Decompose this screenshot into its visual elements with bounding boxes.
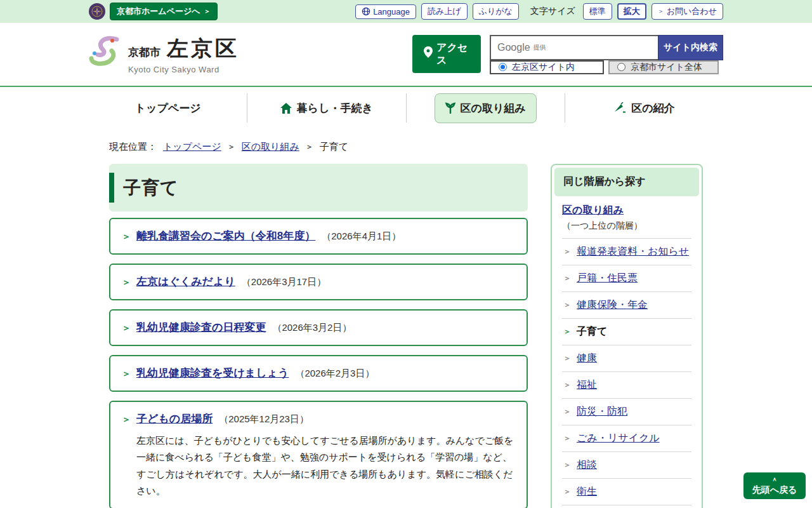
chevron-up-icon: ＾ [771,476,778,485]
utility-bar: 京都市ホームページへ ＞ Language 読み上げ ふりがな 文字サイズ [0,0,812,23]
sidebar-item-insurance[interactable]: ＞ 健康保険・年金 [562,291,691,318]
search-provider-text: Google [497,42,530,53]
chevron-right-icon: ＞ [122,231,131,243]
breadcrumb-link-top[interactable]: トップページ [163,141,221,153]
article-date: （2026年2月3日） [295,368,374,380]
furigana-button[interactable]: ふりがな [473,3,519,20]
font-size-label: 文字サイズ [530,6,575,17]
breadcrumb-label: 現在位置： [109,141,157,153]
article-link[interactable]: 離乳食講習会のご案内（令和8年度） [136,228,315,244]
sidebar-same-level: 同じ階層から探す 区の取り組み （一つ上位の階層） ＞ 報道発表資料・お知らせ … [551,164,703,508]
article-link[interactable]: 子どもの居場所 [136,411,213,427]
contact-button[interactable]: ＞ お問い合わせ [652,3,723,20]
article-date: （2026年4月1日） [322,231,401,243]
article-card: ＞ 左京はぐくみだより （2026年3月17日） [109,264,528,300]
site-logo[interactable]: 京都市 左京区 Kyoto City Sakyo Ward [89,34,239,74]
furigana-label: ふりがな [479,6,513,17]
breadcrumb-link-initiatives[interactable]: 区の取り組み [242,141,299,153]
site-search: Google 提供 サイト内検索 左京区サイト内 京都市サイト全体 [490,35,723,74]
search-scope-ward-radio[interactable]: 左京区サイト内 [490,60,604,74]
sidebar-item-label: 相談 [577,458,597,472]
back-to-top-button[interactable]: ＾ 先頭へ戻る [743,472,806,499]
sidebar-item-citizen-news[interactable]: ＞ 市民しんぶん区版 [562,505,691,508]
global-nav: トップページ 暮らし・手続き 区の取り組み [0,87,812,129]
sidebar-item-disaster[interactable]: ＞ 防災・防犯 [562,398,691,425]
location-pin-icon [424,46,433,60]
title-accent-bar [109,173,114,203]
chevron-right-icon: ＞ [122,414,131,425]
chevron-right-icon: ＞ [122,323,131,334]
sidebar-item-welfare[interactable]: ＞ 福祉 [562,371,691,398]
sidebar-item-health[interactable]: ＞ 健康 [562,345,691,371]
page-title-box: 子育て [109,164,528,211]
nav-ward-introduction[interactable]: 区の紹介 [565,93,723,123]
font-large-label: 拡大 [624,6,640,17]
back-to-top-label: 先頭へ戻る [752,485,797,495]
sidebar-item-label: 防災・防犯 [577,405,627,418]
chevron-right-icon: ＞ [228,142,235,152]
article-date: （2025年12月23日） [219,413,309,425]
sidebar-item-label: 子育て [577,325,607,338]
logo-ward-text: 左京区 [167,34,239,64]
pen-icon [613,102,626,114]
search-scope-ward-label: 左京区サイト内 [512,62,575,73]
chevron-right-icon: ＞ [122,368,131,380]
article-description: 左京区には、子どもがひとりでも安心してすごせる居場所があります。みんなでご飯を一… [122,432,515,499]
nav-top-page-label: トップページ [135,101,201,116]
language-button[interactable]: Language [355,4,416,19]
radio-selected-icon [499,63,507,71]
sidebar-item-label: 報道発表資料・お知らせ [577,245,689,258]
read-aloud-label: 読み上げ [428,6,461,17]
sidebar-item-consultation[interactable]: ＞ 相談 [562,451,691,478]
sidebar-item-registry[interactable]: ＞ 戸籍・住民票 [562,265,691,291]
sidebar-item-sanitation[interactable]: ＞ 衛生 [562,478,691,505]
read-aloud-button[interactable]: 読み上げ [421,3,468,20]
chevron-right-icon: ＞ [563,460,571,471]
breadcrumb: 現在位置： トップページ ＞ 区の取り組み ＞ 子育て [109,141,703,153]
sidebar-item-childcare-current: ＞ 子育て [562,318,691,345]
globe-icon [362,7,370,16]
nav-ward-initiatives[interactable]: 区の取り組み [406,93,565,123]
chevron-right-icon: ＞ [563,326,571,337]
breadcrumb-current: 子育て [320,141,348,153]
sidebar-item-label: 衛生 [577,485,597,498]
nav-top-page[interactable]: トップページ [89,93,247,123]
sidebar-item-label: 福祉 [577,378,597,392]
search-scope-city-label: 京都市サイト全体 [631,62,702,73]
sidebar-item-press[interactable]: ＞ 報道発表資料・お知らせ [562,238,691,265]
site-search-button[interactable]: サイト内検索 [658,35,723,60]
article-link[interactable]: 乳幼児健康診査を受けましょう [136,365,289,382]
nav-living-procedures[interactable]: 暮らし・手続き [247,93,405,123]
nav-ward-introduction-label: 区の紹介 [631,101,674,116]
kyoto-city-home-button[interactable]: 京都市ホームページへ ＞ [110,3,218,20]
sidebar-parent-link[interactable]: 区の取り組み [562,204,624,215]
font-standard-button[interactable]: 標準 [583,3,612,20]
chevron-right-icon: ＞ [658,7,664,16]
chevron-right-icon: ＞ [563,300,571,311]
article-link[interactable]: 乳幼児健康診査の日程変更 [136,319,266,336]
nav-living-procedures-label: 暮らし・手続き [297,101,373,116]
page-title: 子育て [123,176,179,200]
search-scope-city-radio[interactable]: 京都市サイト全体 [608,60,719,74]
kyoto-city-home-label: 京都市ホームページへ [117,6,200,17]
sakyo-ward-logo-mark-icon [89,34,122,72]
sidebar-item-label: 健康 [577,352,597,365]
nav-ward-initiatives-label: 区の取り組み [461,101,526,116]
logo-city-text: 京都市 [128,45,160,60]
chevron-right-icon: ＞ [306,142,313,152]
home-icon [280,103,292,114]
article-link[interactable]: 左京はぐくみだより [136,274,235,290]
search-provided-by-text: 提供 [534,43,546,52]
access-button[interactable]: アクセス [412,35,481,73]
sidebar-item-label: ごみ・リサイクル [577,432,660,445]
sprout-icon [445,102,455,114]
sidebar-item-recycling[interactable]: ＞ ごみ・リサイクル [562,425,691,451]
chevron-right-icon: ＞ [204,7,211,16]
kyoto-city-emblem-icon [89,3,105,20]
search-input[interactable]: Google 提供 [490,35,658,60]
chevron-right-icon: ＞ [563,380,571,391]
chevron-right-icon: ＞ [563,246,571,257]
font-standard-label: 標準 [589,6,606,17]
font-large-button[interactable]: 拡大 [617,3,646,20]
language-label: Language [373,7,410,17]
